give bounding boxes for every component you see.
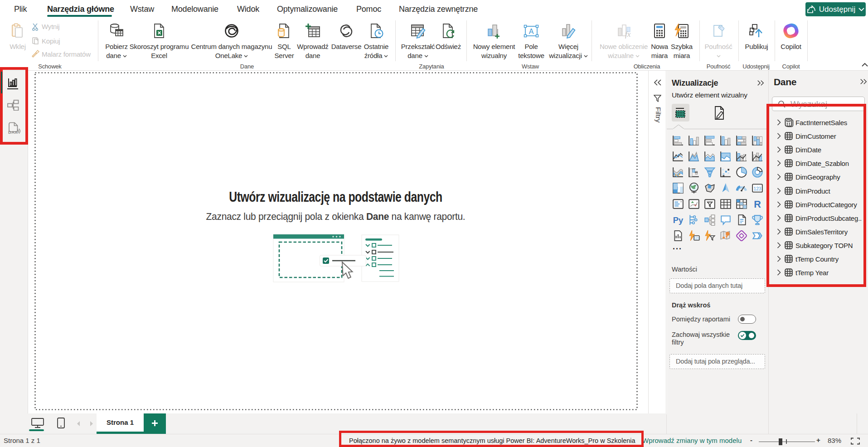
- svg-text:R: R: [754, 199, 761, 210]
- svg-text:123: 123: [694, 237, 699, 240]
- svg-text:fx: fx: [625, 30, 631, 39]
- svg-text:123: 123: [753, 186, 761, 191]
- svg-text:A: A: [529, 28, 534, 35]
- svg-text:Py: Py: [673, 215, 684, 225]
